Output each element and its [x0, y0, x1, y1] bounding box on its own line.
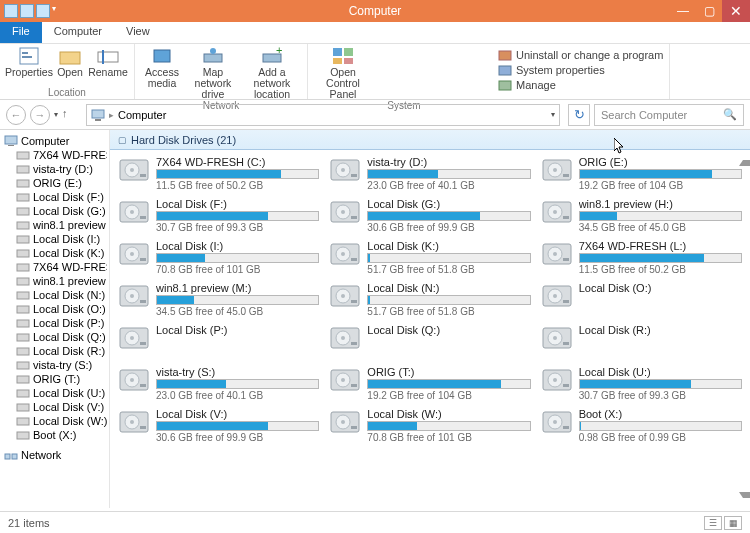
- tree-item[interactable]: 7X64 WD-FRESH: [2, 148, 107, 162]
- drive[interactable]: vista-try (S:)23.0 GB free of 40.1 GB: [116, 364, 321, 406]
- drive[interactable]: vista-try (D:)23.0 GB free of 40.1 GB: [327, 154, 532, 196]
- drive[interactable]: Local Disk (Q:): [327, 322, 532, 364]
- tree-item[interactable]: Local Disk (O:): [2, 302, 107, 316]
- tree-item[interactable]: vista-try (D:): [2, 162, 107, 176]
- tree-item[interactable]: Local Disk (V:): [2, 400, 107, 414]
- back-button[interactable]: ←: [6, 105, 26, 125]
- tree-item[interactable]: Local Disk (P:): [2, 316, 107, 330]
- drive[interactable]: ORIG (E:)19.2 GB free of 104 GB: [539, 154, 744, 196]
- tree-item[interactable]: vista-try (S:): [2, 358, 107, 372]
- drive-icon: [329, 240, 361, 268]
- svg-rect-33: [17, 306, 29, 313]
- access-media-button[interactable]: Access media: [141, 46, 183, 100]
- tree-item[interactable]: ORIG (T:): [2, 372, 107, 386]
- tree-item[interactable]: win8.1 preview (M:): [2, 274, 107, 288]
- drive-free: 70.8 GB free of 101 GB: [156, 264, 319, 275]
- tree-item[interactable]: Local Disk (F:): [2, 190, 107, 204]
- drive[interactable]: Local Disk (U:)30.7 GB free of 99.3 GB: [539, 364, 744, 406]
- svg-rect-7: [204, 54, 222, 62]
- forward-button[interactable]: →: [30, 105, 50, 125]
- uninstall-button[interactable]: Uninstall or change a program: [498, 48, 663, 62]
- drive[interactable]: Local Disk (W:)70.8 GB free of 101 GB: [327, 406, 532, 448]
- svg-rect-15: [499, 51, 511, 60]
- drive[interactable]: 7X64 WD-FRESH (L:)11.5 GB free of 50.2 G…: [539, 238, 744, 280]
- drive[interactable]: Local Disk (P:): [116, 322, 321, 364]
- tree-item[interactable]: Local Disk (R:): [2, 344, 107, 358]
- control-panel-button[interactable]: Open Control Panel: [314, 46, 372, 100]
- tab-file[interactable]: File: [0, 22, 42, 43]
- breadcrumb[interactable]: Computer: [118, 109, 166, 121]
- tree-item[interactable]: Boot (X:): [2, 428, 107, 442]
- tree-item[interactable]: 7X64 WD-FRESH: [2, 260, 107, 274]
- map-drive-button[interactable]: Map network drive: [185, 46, 241, 100]
- tree-network[interactable]: Network: [2, 448, 107, 462]
- tree-item[interactable]: Local Disk (G:): [2, 204, 107, 218]
- tree-item[interactable]: win8.1 preview (H:): [2, 218, 107, 232]
- drive-label: Local Disk (U:): [579, 366, 742, 378]
- drive-free: 51.7 GB free of 51.8 GB: [367, 264, 530, 275]
- maximize-button[interactable]: ▢: [696, 0, 722, 22]
- drive-free: 70.8 GB free of 101 GB: [367, 432, 530, 443]
- properties-button[interactable]: Properties: [6, 46, 52, 78]
- address-dropdown[interactable]: ▾: [551, 110, 555, 119]
- search-icon: 🔍: [723, 108, 737, 121]
- tab-view[interactable]: View: [114, 22, 162, 43]
- drive[interactable]: Local Disk (K:)51.7 GB free of 51.8 GB: [327, 238, 532, 280]
- drive-label: Local Disk (R:): [579, 324, 742, 336]
- drive-icon: [541, 324, 573, 352]
- drive-icon: [16, 191, 30, 203]
- open-button[interactable]: Open: [54, 46, 86, 78]
- view-tiles-button[interactable]: ▦: [724, 516, 742, 530]
- up-button[interactable]: ↑: [62, 107, 78, 123]
- drive[interactable]: win8.1 preview (H:)34.5 GB free of 45.0 …: [539, 196, 744, 238]
- tree-item[interactable]: Local Disk (N:): [2, 288, 107, 302]
- drive[interactable]: 7X64 WD-FRESH (C:)11.5 GB free of 50.2 G…: [116, 154, 321, 196]
- svg-rect-116: [563, 384, 569, 387]
- rename-button[interactable]: Rename: [88, 46, 128, 78]
- navigation-tree[interactable]: Computer 7X64 WD-FRESHvista-try (D:)ORIG…: [0, 130, 110, 508]
- system-properties-button[interactable]: System properties: [498, 63, 663, 77]
- drive[interactable]: Local Disk (O:): [539, 280, 744, 322]
- tree-item[interactable]: Local Disk (K:): [2, 246, 107, 260]
- view-details-button[interactable]: ☰: [704, 516, 722, 530]
- drive-label: Local Disk (K:): [367, 240, 530, 252]
- capacity-bar: [579, 421, 742, 431]
- tree-item[interactable]: Local Disk (U:): [2, 386, 107, 400]
- group-header[interactable]: ▢ Hard Disk Drives (21): [110, 130, 750, 150]
- drive[interactable]: Local Disk (I:)70.8 GB free of 101 GB: [116, 238, 321, 280]
- manage-button[interactable]: Manage: [498, 78, 663, 92]
- minimize-button[interactable]: —: [670, 0, 696, 22]
- drive[interactable]: win8.1 preview (M:)34.5 GB free of 45.0 …: [116, 280, 321, 322]
- svg-rect-60: [140, 216, 146, 219]
- svg-rect-112: [351, 384, 357, 387]
- search-box[interactable]: Search Computer 🔍: [594, 104, 744, 126]
- collapse-icon[interactable]: ▢: [118, 135, 127, 145]
- drive[interactable]: Local Disk (G:)30.6 GB free of 99.9 GB: [327, 196, 532, 238]
- drive[interactable]: Local Disk (N:)51.7 GB free of 51.8 GB: [327, 280, 532, 322]
- drive[interactable]: Local Disk (F:)30.7 GB free of 99.3 GB: [116, 196, 321, 238]
- tree-root-computer[interactable]: Computer: [2, 134, 107, 148]
- drive[interactable]: Boot (X:)0.98 GB free of 0.99 GB: [539, 406, 744, 448]
- tab-computer[interactable]: Computer: [42, 22, 114, 43]
- drive[interactable]: ORIG (T:)19.2 GB free of 104 GB: [327, 364, 532, 406]
- refresh-button[interactable]: ↻: [568, 104, 590, 126]
- svg-point-99: [341, 336, 345, 340]
- svg-point-123: [341, 420, 345, 424]
- tree-item[interactable]: Local Disk (I:): [2, 232, 107, 246]
- svg-rect-14: [344, 58, 353, 64]
- add-location-button[interactable]: + Add a network location: [243, 46, 301, 100]
- drive-icon: [541, 156, 573, 184]
- tree-item[interactable]: Local Disk (Q:): [2, 330, 107, 344]
- svg-rect-39: [17, 390, 29, 397]
- svg-point-47: [130, 168, 134, 172]
- drive[interactable]: Local Disk (V:)30.6 GB free of 99.9 GB: [116, 406, 321, 448]
- tree-item[interactable]: ORIG (E:): [2, 176, 107, 190]
- close-button[interactable]: ✕: [722, 0, 750, 22]
- svg-point-111: [341, 378, 345, 382]
- scrollbar[interactable]: [736, 150, 750, 508]
- chevron-right-icon[interactable]: ▸: [109, 110, 114, 120]
- address-bar[interactable]: ▸ Computer ▾: [86, 104, 560, 126]
- tree-item[interactable]: Local Disk (W:): [2, 414, 107, 428]
- history-dropdown[interactable]: ▾: [54, 110, 58, 119]
- drive[interactable]: Local Disk (R:): [539, 322, 744, 364]
